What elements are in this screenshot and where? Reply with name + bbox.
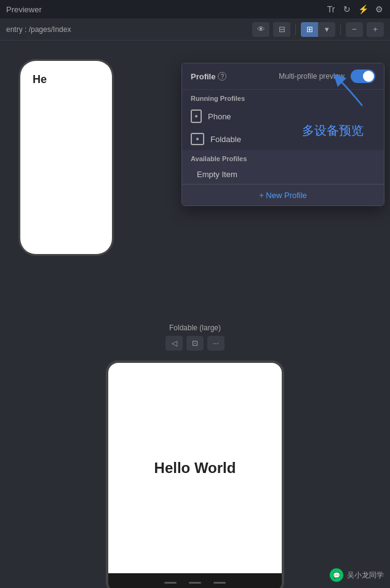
app-title: Previewer — [6, 5, 42, 14]
profile-right: Multi-profile preview — [279, 70, 375, 83]
zoom-out-btn[interactable]: − — [346, 22, 363, 37]
main-area: He Foldable (large) ◁ ⊡ ··· Hello World — [0, 41, 390, 588]
watermark-text: 吴小龙同学 — [347, 570, 384, 581]
foldable-hello-text: Hello World — [154, 459, 236, 477]
title-bar: Previewer Tr ↻ ⚡ ⚙ — [0, 0, 390, 18]
nav-btn-2 — [189, 582, 201, 584]
toolbar: entry : /pages/Index 👁 ⊟ ⊞ ▾ − + — [0, 18, 390, 41]
multi-preview-toggle[interactable] — [351, 70, 375, 83]
phone-device-icon — [191, 109, 202, 123]
foldable-device: Hello World — [106, 360, 284, 588]
layers-icon[interactable]: ⊟ — [273, 22, 290, 37]
profile-item-phone[interactable]: Phone — [182, 105, 384, 128]
foldable-controls: ◁ ⊡ ··· — [165, 336, 225, 351]
phone-preview: He — [18, 59, 114, 268]
font-icon[interactable]: Tr — [326, 4, 336, 14]
empty-item[interactable]: Empty Item — [182, 165, 384, 184]
foldable-label-text: Foldable — [210, 135, 241, 144]
running-profiles-section: Running Profiles — [182, 90, 384, 105]
new-profile-row: + New Profile — [182, 184, 384, 205]
grid-view-btn[interactable]: ⊞ — [301, 22, 318, 37]
eye-icon[interactable]: 👁 — [252, 22, 269, 37]
profile-item-foldable[interactable]: Foldable 多设备预览 — [182, 128, 384, 150]
profile-header: Profile ? Multi-profile preview — [182, 63, 384, 90]
divider2 — [340, 24, 341, 35]
lightning-icon[interactable]: ⚡ — [358, 4, 368, 14]
title-bar-actions: Tr ↻ ⚡ ⚙ — [326, 4, 384, 14]
new-profile-btn[interactable]: + New Profile — [259, 191, 307, 200]
back-btn[interactable]: ◁ — [165, 336, 183, 351]
toolbar-right: 👁 ⊟ ⊞ ▾ − + — [252, 22, 384, 37]
nav-btn-1 — [164, 582, 177, 584]
profile-title: Profile ? — [191, 72, 226, 81]
divider1 — [295, 24, 296, 35]
foldable-device-icon — [191, 133, 204, 145]
dropdown-arrow-btn[interactable]: ▾ — [318, 22, 335, 37]
settings-icon[interactable]: ⚙ — [374, 4, 384, 14]
foldable-screen: Hello World — [108, 363, 282, 573]
empty-item-label: Empty Item — [197, 170, 237, 179]
nav-btn-3 — [213, 582, 226, 584]
more-btn[interactable]: ··· — [207, 336, 225, 351]
available-profiles-section: Available Profiles — [182, 150, 384, 165]
toggle-knob — [363, 71, 374, 82]
foldable-label: Foldable (large) — [169, 324, 221, 332]
phone-screen: He — [20, 61, 112, 254]
profile-dropdown: Profile ? Multi-profile preview Running … — [181, 63, 384, 206]
multi-preview-label: Multi-profile preview — [279, 72, 344, 81]
help-icon[interactable]: ? — [218, 72, 226, 81]
foldable-nav-bar — [108, 573, 282, 588]
phone-frame: He — [18, 59, 114, 256]
watermark: 💬 吴小龙同学 — [330, 568, 384, 582]
phone-hello-text: He — [33, 73, 47, 86]
refresh-icon[interactable]: ↻ — [342, 4, 352, 14]
phone-label: Phone — [208, 112, 231, 121]
zoom-in-btn[interactable]: + — [367, 22, 384, 37]
breadcrumb: entry : /pages/Index — [6, 25, 247, 34]
view-toggle-group: ⊞ ▾ — [301, 22, 335, 37]
fold-btn[interactable]: ⊡ — [186, 336, 204, 351]
wechat-icon: 💬 — [330, 568, 343, 582]
